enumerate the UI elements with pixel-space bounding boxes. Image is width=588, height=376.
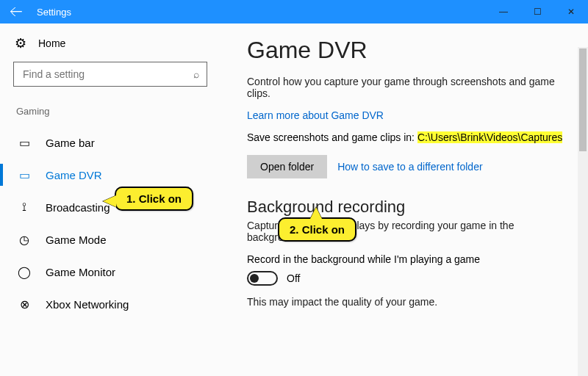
toggle-state: Off xyxy=(287,272,300,284)
bg-recording-heading: Background recording xyxy=(247,198,566,217)
record-toggle-row: Off xyxy=(247,271,566,286)
page-title: Game DVR xyxy=(247,37,566,64)
toggle-knob xyxy=(250,274,259,283)
content: Game DVR Control how you capture your ga… xyxy=(220,24,588,376)
back-arrow-icon: 🡠 xyxy=(10,5,23,18)
annotation-callout-1: 1. Click on xyxy=(115,187,193,211)
navlist: ▭ Game bar ▭ Game DVR ⟟ Broadcasting ◷ G… xyxy=(0,127,207,319)
search-field[interactable] xyxy=(21,68,193,81)
open-folder-row: Open folder How to save to a different f… xyxy=(247,155,566,178)
record-toggle[interactable] xyxy=(247,271,278,286)
close-icon: ✕ xyxy=(567,7,575,17)
game-mode-icon: ◷ xyxy=(16,233,32,247)
settings-window: 🡠 Settings — ☐ ✕ ⚙ Home ⌕ Gaming ▭ Game … xyxy=(0,0,588,376)
home-label: Home xyxy=(38,37,65,49)
record-toggle-label: Record in the background while I'm playi… xyxy=(247,253,566,265)
game-bar-icon: ▭ xyxy=(16,136,32,150)
body: ⚙ Home ⌕ Gaming ▭ Game bar ▭ Game DVR ⟟ xyxy=(0,24,588,376)
learn-more-link[interactable]: Learn more about Game DVR xyxy=(247,109,384,121)
broadcasting-icon: ⟟ xyxy=(16,200,32,214)
sidebar-item-label: Game Monitor xyxy=(46,266,115,278)
home-button[interactable]: ⚙ Home xyxy=(15,37,207,50)
maximize-icon: ☐ xyxy=(534,7,542,17)
lead-text: Control how you capture your game throug… xyxy=(247,76,563,99)
game-dvr-icon: ▭ xyxy=(16,168,32,182)
sidebar-item-game-dvr[interactable]: ▭ Game DVR xyxy=(0,159,207,190)
sidebar-item-label: Game DVR xyxy=(46,169,102,181)
game-monitor-icon: ◯ xyxy=(16,265,32,279)
sidebar-item-label: Broadcasting xyxy=(46,201,110,214)
sidebar-item-label: Xbox Networking xyxy=(46,298,129,311)
xbox-icon: ⊗ xyxy=(16,297,32,311)
save-path-text: Save screenshots and game clips in: C:\U… xyxy=(247,131,566,143)
window-title: Settings xyxy=(37,7,71,18)
callout-text: 2. Click on xyxy=(290,223,345,236)
annotation-callout-2: 2. Click on xyxy=(278,217,356,242)
save-path-value: C:\Users\Brink\Videos\Captures xyxy=(417,131,562,143)
gear-icon: ⚙ xyxy=(15,37,26,50)
titlebar: 🡠 Settings — ☐ ✕ xyxy=(0,0,588,24)
howto-link[interactable]: How to save to a different folder xyxy=(337,161,482,173)
close-button[interactable]: ✕ xyxy=(554,0,588,24)
minimize-button[interactable]: — xyxy=(487,0,520,24)
sidebar-item-label: Game Mode xyxy=(46,234,107,246)
callout-tail-icon xyxy=(103,195,116,207)
sidebar-item-label: Game bar xyxy=(46,137,95,149)
impact-note: This may impact the quality of your game… xyxy=(247,296,566,308)
scrollbar-thumb[interactable] xyxy=(579,48,587,151)
callout-text: 1. Click on xyxy=(126,192,182,205)
search-icon: ⌕ xyxy=(193,68,199,80)
open-folder-button[interactable]: Open folder xyxy=(247,155,327,178)
sidebar-item-game-mode[interactable]: ◷ Game Mode xyxy=(0,224,207,255)
save-path-prefix: Save screenshots and game clips in: xyxy=(247,131,417,143)
scrollbar[interactable] xyxy=(578,47,588,376)
maximize-button[interactable]: ☐ xyxy=(520,0,554,24)
sidebar-item-game-monitor[interactable]: ◯ Game Monitor xyxy=(0,256,207,287)
sidebar-item-game-bar[interactable]: ▭ Game bar xyxy=(0,127,207,158)
sidebar-item-xbox-networking[interactable]: ⊗ Xbox Networking xyxy=(0,289,207,319)
minimize-icon: — xyxy=(499,7,508,17)
search-input[interactable]: ⌕ xyxy=(13,62,207,87)
back-button[interactable]: 🡠 xyxy=(0,0,32,24)
callout-tail-icon xyxy=(310,207,322,219)
window-controls: — ☐ ✕ xyxy=(487,0,588,24)
category-label: Gaming xyxy=(16,106,207,117)
